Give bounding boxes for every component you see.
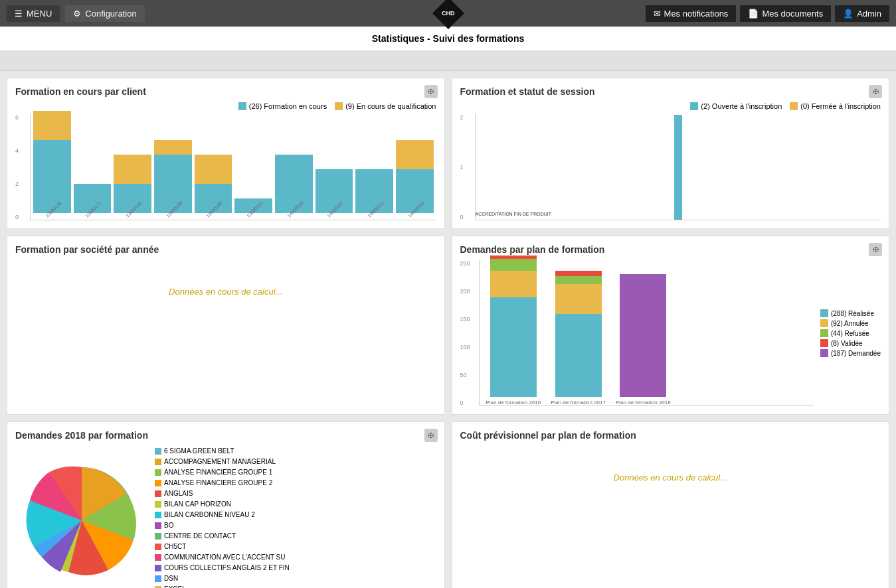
pie-label-9: CENTRE DE CONTACT [164,531,236,542]
chart4-leg-color-red [820,339,828,347]
chart5-content: 6 SIGMA GREEN BELT ACCOMPAGNEMENT MANAGE… [15,446,436,588]
pie-label-12: COURS COLLECTIFS ANGLAIS 2 ET FIN [164,563,290,573]
chart4-content: 250200150100500 Plan de formation 2016 [460,260,881,406]
chart2-expand-icon[interactable]: ✠ [869,85,882,98]
stacked-2018-label: Plan de formation 2018 [616,400,671,405]
chart4-leg-blue: (288) Réalisée [820,309,881,317]
stacked-2016-stack [490,256,537,397]
bar-14000162: 14000162 [315,169,353,220]
chart4-leg-label-purple: (187) Demandée [831,350,881,357]
bar-13000135: 13000135 [33,111,71,220]
header: ☰ MENU ⚙ Configuration CHD ✉ Mes notific… [0,0,896,27]
bar-blue-7 [275,155,313,213]
bar-blue-4 [154,155,192,213]
pie-color-1 [155,448,161,455]
chart-demandes-plan: Demandes par plan de formation ✠ 2502001… [452,236,890,415]
documents-label: Mes documents [762,9,823,19]
legend-color-orange [335,102,343,110]
doc-icon: 📄 [748,9,759,19]
menu-button[interactable]: ☰ MENU [7,5,60,22]
bar-orange-3 [114,155,151,184]
seg-2016-green [490,259,537,271]
bar-14000213: 14000213 [355,169,393,220]
legend-color-blue [238,102,246,110]
logo-text: CHD [442,10,455,17]
chart2-legend-blue: (2) Ouverte à l'inscription [690,102,782,110]
chart2-legend-color-orange [790,102,798,110]
legend-item-blue: (26) Formation en cours [238,102,327,110]
documents-button[interactable]: 📄 Mes documents [740,5,831,22]
pie-color-8 [155,522,161,529]
notifications-label: Mes notifications [664,9,729,19]
legend-label-blue: (26) Formation en cours [249,102,327,110]
page-title: Statistiques - Suivi des formations [372,33,525,44]
chart1-y-axis: 6420 [15,114,19,220]
bar-orange-10 [396,140,434,169]
chart2-chart-wrapper: 210 ACCRÉDITATION FIN DE PRODUIT [460,114,881,220]
bar-13000189: 13000189 [154,140,192,220]
chart4-leg-color-blue [820,309,828,317]
stacked-2017-stack [555,271,602,397]
bar-13000221: 13000221 [234,198,272,220]
chart-cout-previsionnel: Coût prévisionnel par plan de formation … [452,421,890,588]
pie-color-10 [155,544,161,550]
pie-leg-2: ACCOMPAGNEMENT MANAGERIAL [155,457,290,467]
seg-2017-blue [555,314,602,397]
pie-leg-6: BILAN CAP HORIZON [155,499,290,510]
chart5-title: Demandes 2018 par formation [15,430,436,441]
admin-button[interactable]: 👤 Admin [835,5,889,22]
chart-statut-session: Formation et statut de session ✠ (2) Ouv… [452,78,890,229]
chart2-area: (2) Ouverte à l'inscription (0) Fermée à… [460,102,881,220]
pie-color-11 [155,554,161,561]
stacked-2016-label: Plan de formation 2016 [486,400,541,405]
seg-2016-blue [490,297,537,397]
pie-label-1: 6 SIGMA GREEN BELT [164,446,234,457]
chart4-leg-green: (44) Refusée [820,329,881,337]
chart1-area: (26) Formation en cours (9) En cours de … [15,102,436,220]
seg-2017-green [555,276,602,284]
chart1-legend: (26) Formation en cours (9) En cours de … [15,102,436,110]
pie-color-12 [155,565,161,571]
chart4-title: Demandes par plan de formation [460,244,881,255]
chart4-leg-color-orange [820,319,828,327]
notifications-button[interactable]: ✉ Mes notifications [646,5,737,22]
bar-stack-1 [33,111,71,213]
menu-icon: ☰ [15,9,23,19]
chart1-expand-icon[interactable]: ✠ [424,85,438,98]
main-content: Formation en cours par client ✠ (26) For… [0,71,896,588]
stacked-2017-label: Plan de formation 2017 [551,400,606,405]
header-right: ✉ Mes notifications 📄 Mes documents 👤 Ad… [646,5,889,22]
pie-leg-14: EXCEL [155,584,290,588]
chart4-expand-icon[interactable]: ✠ [869,243,882,256]
logo: CHD [437,2,460,25]
pie-leg-4: ANALYSE FINANCIERE GROUPE 2 [155,478,290,488]
bar-stack-3 [114,155,151,213]
chart4-leg-color-green [820,329,828,337]
chart2-y-axis: 210 [460,114,464,220]
chart2-bars-area: ACCRÉDITATION FIN DE PRODUIT [475,114,881,220]
gear-icon: ⚙ [73,9,81,19]
chart4-leg-label-blue: (288) Réalisée [831,310,874,317]
config-button[interactable]: ⚙ Configuration [65,5,144,22]
pie-leg-11: COMMUNICATION AVEC L'ACCENT SU [155,552,290,563]
stacked-2018-stack [620,274,666,397]
bar-13000172: 13000172 [74,184,112,220]
chart5-pie [15,454,148,587]
pie-leg-5: ANGLAIS [155,488,290,499]
seg-2017-red [555,271,602,276]
chart4-leg-purple: (187) Demandée [820,349,881,357]
pie-label-4: ANALYSE FINANCIERE GROUPE 2 [164,478,272,488]
chart4-leg-label-green: (44) Refusée [831,330,869,337]
chart-demandes-2018: Demandes 2018 par formation ✠ [7,421,445,588]
chart2-legend-orange: (0) Fermée à l'inscription [790,102,881,110]
pie-leg-13: DSN [155,573,290,584]
bar-13000190: 13000190 [195,155,232,220]
chart4-bars: Plan de formation 2016 Plan de formation… [479,260,814,406]
pie-color-5 [155,490,161,497]
bar-orange-4 [154,140,192,155]
bar-orange-1 [33,111,71,140]
pie-label-14: EXCEL [164,584,186,588]
pie-label-7: BILAN CARBONNE NIVEAU 2 [164,510,255,520]
chart5-expand-icon[interactable]: ✠ [424,429,438,442]
seg-2017-orange [555,284,602,314]
